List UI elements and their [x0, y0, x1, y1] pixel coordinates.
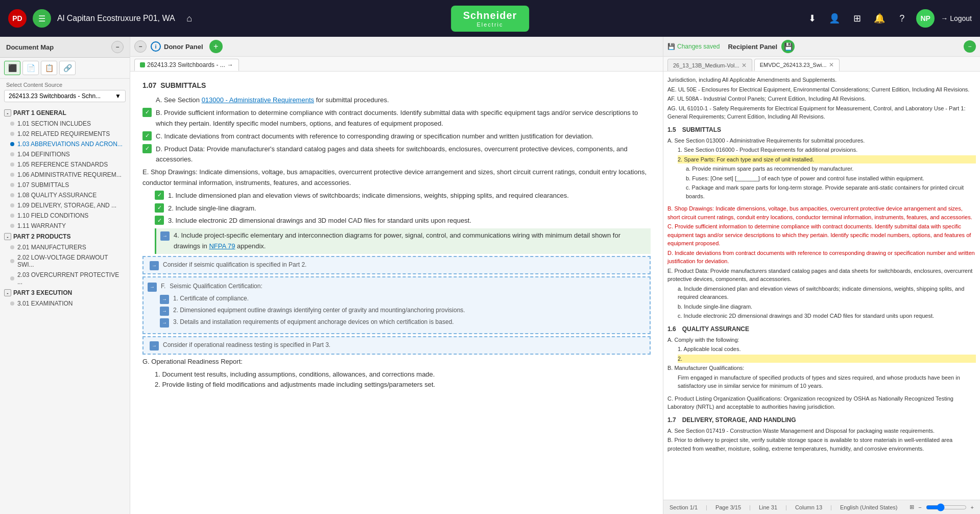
rec-line-1: Jurisdiction, including All Applicable A…: [667, 76, 976, 84]
content-source-label: Select Content Source: [0, 79, 130, 89]
nav-item-1-07[interactable]: 1.07 SUBMITTALS: [0, 180, 130, 190]
recipient-tab-2[interactable]: EMVDC_262413.23_Swi... ✕: [754, 59, 840, 71]
nav-dot: [10, 122, 14, 126]
recipient-save-button[interactable]: 💾: [781, 40, 795, 53]
bell-icon[interactable]: 🔔: [871, 10, 888, 27]
nav-item-1-06[interactable]: 1.06 ADMINISTRATIVE REQUIREM...: [0, 170, 130, 180]
op-readiness-subitems: 1. Document test results, including assu…: [155, 369, 651, 391]
brand-name: Schneider: [463, 10, 517, 21]
seismic-item-3: → 3. Details and installation requiremen…: [160, 317, 646, 328]
nav-item-1-03[interactable]: 1.03 ABBREVIATIONS AND ACRON...: [0, 139, 130, 149]
part3-toggle[interactable]: -: [4, 289, 11, 296]
left-panel-collapse-button[interactable]: −: [111, 41, 124, 53]
nav-item-1-01[interactable]: 1.01 SECTION INCLUDES: [0, 119, 130, 129]
saved-status: 💾 Changes saved: [667, 43, 720, 50]
nav-item-1-09[interactable]: 1.09 DELIVERY, STORAGE, AND ...: [0, 200, 130, 211]
nav-dot: [10, 203, 14, 207]
section-link-013000[interactable]: 013000 - Administrative Requirements: [202, 96, 314, 104]
donor-doc-content: 1.07 SUBMITTALS A. See Section 013000 - …: [130, 72, 663, 514]
op-item-2: 2. Provide listing of field modification…: [155, 380, 651, 390]
checkmark-B: ✓: [142, 108, 152, 117]
nav-dot: [10, 224, 14, 228]
recipient-title-area: Recipient Panel 💾: [728, 40, 960, 53]
seismic-subitems: → 1. Certificate of compliance. → 2. Dim…: [160, 294, 646, 328]
help-icon[interactable]: ?: [894, 10, 910, 27]
recipient-tab-1[interactable]: 26_13_13B_Medium-Vol... ✕: [667, 59, 752, 71]
rec-1-6-A1: 1. Applicable local codes.: [678, 345, 976, 354]
nav-dot: [10, 183, 14, 187]
left-panel: Document Map − ⬛ 📄 📋 🔗 Select Content So…: [0, 37, 130, 514]
zoom-in-icon[interactable]: +: [971, 504, 974, 510]
home-button[interactable]: ⌂: [181, 10, 198, 27]
toolbar-view-btn2[interactable]: 📄: [22, 61, 39, 75]
op-item-1: 1. Document test results, including assu…: [155, 369, 651, 380]
rec-1-6-B: B. Manufacturer Qualifications:: [667, 364, 976, 372]
nav-item-2-03[interactable]: 2.03 OVERCURRENT PROTECTIVE ...: [0, 270, 130, 287]
zoom-slider[interactable]: [926, 503, 967, 511]
item-A-label: A.: [156, 96, 162, 104]
content-item-G: G. Operational Readiness Report: 1. Docu…: [142, 357, 651, 390]
recipient-panel-header: 💾 Changes saved Recipient Panel 💾 −: [663, 37, 980, 57]
note1-arrow-icon: →: [150, 261, 159, 270]
toolbar-link-btn[interactable]: 🔗: [59, 61, 76, 75]
logout-button[interactable]: → Logout: [941, 14, 972, 22]
donor-panel-collapse-button[interactable]: −: [134, 40, 147, 53]
recipient-panel-collapse-button[interactable]: −: [964, 40, 976, 53]
nav-part-2: - PART 2 PRODUCTS: [0, 231, 130, 242]
nav-item-1-05[interactable]: 1.05 REFERENCE STANDARDS: [0, 159, 130, 170]
recipient-panel-title: Recipient Panel: [728, 43, 777, 51]
nav-part-1: - PART 1 GENERAL: [0, 107, 130, 119]
nav-item-1-08[interactable]: 1.08 QUALITY ASSURANCE: [0, 190, 130, 200]
part1-toggle[interactable]: -: [4, 109, 11, 116]
tab2-close-icon[interactable]: ✕: [829, 61, 834, 68]
note1-box: → Consider if seismic qualification is s…: [142, 256, 651, 274]
toolbar-view-btn1[interactable]: ⬛: [4, 61, 20, 75]
note2-arrow-icon: →: [150, 341, 159, 351]
zoom-controls: ⊞ − +: [910, 503, 974, 511]
seismic-box: → F. Seismic Qualification Certification…: [142, 276, 651, 334]
subitem-E4-highlighted: → 4. Include project-specific elementary…: [155, 228, 651, 254]
donor-panel-header: − i Donor Panel +: [130, 37, 663, 57]
top-header: PD ☰ Al Capitan Ecostruxure P01, WA Schn…: [0, 0, 980, 37]
nav-part-3: - PART 3 EXECUTION: [0, 287, 130, 298]
tab-arrow-icon: →: [227, 61, 233, 68]
donor-panel-add-button[interactable]: +: [209, 40, 223, 53]
nfpa79-link[interactable]: NFPA 79: [209, 242, 235, 250]
nav-item-1-02[interactable]: 1.02 RELATED REQUIREMENTS: [0, 129, 130, 139]
subitem-E2: ✓ 2. Include single-line diagram.: [155, 203, 651, 214]
nav-item-2-01[interactable]: 2.01 MANUFACTURERS: [0, 242, 130, 252]
nav-item-1-04[interactable]: 1.04 DEFINITIONS: [0, 149, 130, 159]
zoom-out-icon[interactable]: −: [918, 504, 921, 510]
subitem-E1: ✓ 1. Include dimensioned plan and elevat…: [155, 191, 651, 201]
schneider-logo: Schneider Electric: [451, 6, 530, 32]
nav-dot: [10, 301, 14, 306]
toolbar-view-btn3[interactable]: 📋: [41, 61, 57, 75]
nav-item-1-10[interactable]: 1.10 FIELD CONDITIONS: [0, 211, 130, 221]
nav-dot-active: [10, 142, 14, 146]
content-item-C: ✓ C. Indicate deviations from contract d…: [142, 131, 651, 142]
item-C-label: C.: [156, 132, 162, 140]
grid-icon[interactable]: ⊞: [849, 10, 865, 27]
donor-doc-tab[interactable]: 262413.23 Switchboards - ... →: [134, 59, 239, 71]
user-icon[interactable]: 👤: [826, 10, 843, 27]
checkmark-E2: ✓: [155, 203, 164, 213]
seismic-arrow: →: [148, 283, 157, 292]
tab1-close-icon[interactable]: ✕: [742, 62, 747, 69]
rec-1-5-A: A. See Section 013000 - Administrative R…: [667, 136, 976, 145]
nav-item-2-02[interactable]: 2.02 LOW-VOLTAGE DRAWOUT SWI...: [0, 252, 130, 270]
nav-menu-button[interactable]: ☰: [33, 9, 51, 28]
recipient-tabs: 26_13_13B_Medium-Vol... ✕ EMVDC_262413.2…: [663, 57, 980, 72]
rec-1-7-A: A. See Section 017419 - Construction Was…: [667, 427, 976, 435]
checkmark-C: ✓: [142, 131, 152, 141]
nav-item-1-11[interactable]: 1.11 WARRANTY: [0, 221, 130, 231]
download-icon[interactable]: ⬇: [804, 10, 820, 27]
zoom-fit-icon[interactable]: ⊞: [910, 504, 914, 510]
rec-1-5-D: D. Indicate deviations from contract doc…: [667, 249, 976, 266]
nav-item-3-01[interactable]: 3.01 EXAMINATION: [0, 298, 130, 309]
content-source-select[interactable]: 262413.23 Switchboards - Schn... ▼: [4, 90, 126, 102]
nav-dot: [10, 173, 14, 177]
item-C-text: C. Indicate deviations from contract doc…: [156, 131, 593, 142]
nav-dot: [10, 259, 14, 263]
part2-toggle[interactable]: -: [4, 233, 11, 240]
status-column: Column 13: [795, 504, 822, 510]
